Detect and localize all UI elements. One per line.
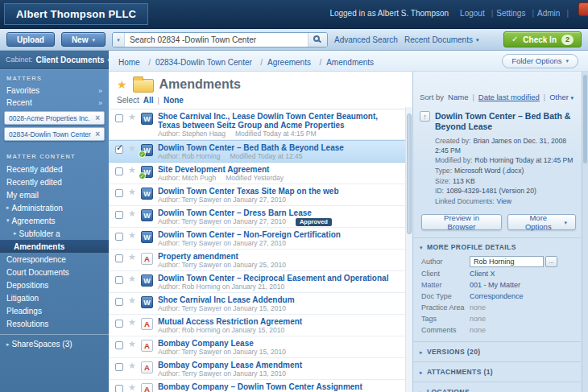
advanced-search-link[interactable]: Advanced Search [334,35,398,44]
sidebar-tree-item[interactable]: Recently added [0,163,109,175]
attachments-section-header[interactable]: ▸ ATTACHMENTS (1) [413,361,581,382]
document-row[interactable]: ✓ ★ ✓ Dowlin Town Center – Reciprocal Ea… [109,271,412,293]
search-input[interactable] [125,33,308,47]
document-title-link[interactable]: Dowlin Town Center Texas Site Map on the… [158,187,400,196]
row-checkbox[interactable]: ✓ [115,146,123,154]
scrollbar-thumb[interactable] [407,113,412,234]
sidebar-item-recent[interactable]: Recent » [0,97,109,109]
document-row[interactable]: ✓ ★ ✓ Site Development Agreement Author:… [109,163,412,184]
detail-value[interactable]: View [497,197,511,205]
document-title-link[interactable]: Shoe Carnival Inc Lease Addendum [158,295,400,304]
locations-section-header[interactable]: ▸ LOCATIONS [413,382,581,392]
author-input[interactable] [470,256,544,267]
document-title-link[interactable]: Shoe Carnival Inc., Lease Dowlin Town Ce… [158,112,400,130]
breadcrumb-link[interactable]: Agreements [255,58,311,67]
row-checkbox[interactable]: ✓ [115,298,123,306]
document-title-link[interactable]: Dowlin Town Center – Non-Foreign Certifi… [158,230,400,239]
breadcrumb-link[interactable]: 02834-Dowlin Town Center [143,58,252,67]
logout-link[interactable]: Logout [460,9,493,18]
author-lookup-button[interactable]: ... [545,256,557,267]
document-row[interactable]: ✓ ★ ✓ Bombay Company Lease Amendment Aut… [109,358,412,380]
sort-date-link[interactable]: Date last modified [478,93,540,101]
row-checkbox[interactable]: ✓ [115,320,123,328]
more-options-button[interactable]: More Options ▾ [507,214,576,230]
sidebar-tree-item[interactable]: Depositions [0,279,109,291]
breadcrumb-link[interactable]: Amendments [314,58,374,67]
row-checkbox[interactable]: ✓ [115,254,123,262]
row-checkbox[interactable]: ✓ [115,167,123,175]
search-button[interactable] [308,33,327,47]
sidebar-tree-item[interactable]: Correspondence [0,253,109,266]
row-star-icon[interactable]: ★ [128,188,136,196]
preview-in-browser-button[interactable]: Preview in Browser [421,214,502,230]
folder-options-button[interactable]: Folder Options ▾ [502,54,578,68]
document-row[interactable]: ✓ ★ ✓ Bombay Company – Dowlin Town Cente… [109,380,412,392]
row-star-icon[interactable]: ★ [128,318,136,327]
sidebar-tree-item[interactable]: ▸ ShareSpaces (3) [0,334,109,351]
list-scrollbar[interactable] [405,107,412,392]
row-star-icon[interactable]: ★ [128,113,136,122]
profile-field-value[interactable]: Client X [470,270,495,278]
document-row[interactable]: ✓ ★ ✓ Dowlin Town Center Texas Site Map … [109,184,412,206]
matter-chip[interactable]: 02834-Dowlin Town Center × [4,127,105,141]
sidebar-tree-item[interactable]: ▾ Agreements [0,214,109,227]
document-row[interactable]: ✓ ★ ✓ Dowlin Town Center – Bed Bath & Be… [109,140,412,163]
sidebar-tree-item[interactable]: Amendments [0,240,109,253]
row-star-icon[interactable]: ★ [128,144,136,153]
favorite-star-icon[interactable]: ★ [117,79,127,90]
document-title-link[interactable]: Property amendment [158,252,400,261]
sidebar-tree-item[interactable]: My email [0,188,109,201]
more-profile-details-header[interactable]: ▾ MORE PROFILE DETAILS [413,237,581,255]
row-checkbox[interactable]: ✓ [115,189,123,197]
row-checkbox[interactable]: ✓ [115,363,123,371]
row-checkbox[interactable]: ✓ [115,114,123,122]
sidebar-tree-item[interactable]: ▸ Administration [0,201,109,214]
profile-field-value[interactable]: Correspondence [470,292,524,300]
select-none-link[interactable]: None [164,96,184,105]
profile-field-value[interactable]: 001 - My Matter [470,281,520,289]
document-row[interactable]: ✓ ★ ✓ Property amendment Author: Terry S… [109,250,412,271]
row-star-icon[interactable]: ★ [128,383,136,392]
row-star-icon[interactable]: ★ [128,340,136,349]
row-star-icon[interactable]: ★ [128,361,136,370]
versions-section-header[interactable]: ▸ VERSIONS (20) [413,341,581,361]
sidebar-tree-item[interactable]: Resolutions [0,317,109,330]
close-icon[interactable]: × [92,130,100,138]
document-title-link[interactable]: Bombay Company Lease Amendment [158,361,400,369]
sort-other-link[interactable]: Other ▾ [549,93,574,101]
row-checkbox[interactable]: ✓ [115,341,123,349]
row-checkbox[interactable]: ✓ [115,385,123,392]
document-row[interactable]: ✓ ★ ✓ Shoe Carnival Inc., Lease Dowlin T… [109,109,412,140]
check-in-button[interactable]: ✓ Check In 2 [503,31,582,47]
search-scope-dropdown[interactable]: ▾ [113,33,125,47]
scrollbar-thumb[interactable] [583,75,587,163]
settings-link[interactable]: Settings [496,9,534,18]
document-title-link[interactable]: Bombay Company – Dowlin Town Center Assi… [158,382,400,391]
new-button[interactable]: New ▾ [61,32,106,47]
alert-icon[interactable] [578,2,588,16]
row-checkbox[interactable]: ✓ [115,211,123,219]
document-row[interactable]: ✓ ★ ✓ Dowlin Town Center – Dress Barn Le… [109,206,412,228]
matter-chip[interactable]: 0028-Acme Properties Inc. × [4,111,105,125]
sidebar-tree-item[interactable]: ▸ Subfolder a [0,227,109,240]
document-title-link[interactable]: Dowlin Town Center – Reciprocal Easement… [158,274,400,283]
document-title-link[interactable]: Mutual Access Restriction Agreement [158,317,400,326]
document-title-link[interactable]: Site Development Agreement [158,165,400,174]
row-star-icon[interactable]: ★ [128,209,136,218]
row-star-icon[interactable]: ★ [128,253,136,262]
document-title-link[interactable]: Dowlin Town Center – Dress Barn Lease [158,208,400,217]
panel-scrollbar[interactable] [582,72,588,392]
sidebar-tree-item[interactable]: Pleadings [0,304,109,317]
document-title-link[interactable]: Dowlin Town Center – Bed Bath & Beyond L… [158,143,400,152]
document-row[interactable]: ✓ ★ ✓ Mutual Access Restriction Agreemen… [109,315,412,336]
row-star-icon[interactable]: ★ [128,296,136,305]
row-star-icon[interactable]: ★ [128,274,136,283]
breadcrumb-link[interactable]: Home [118,58,140,67]
document-row[interactable]: ✓ ★ ✓ Bombay Company Lease Author: Terry… [109,336,412,358]
select-all-link[interactable]: All [143,96,154,105]
recent-documents-link[interactable]: Recent Documents ▾ [404,35,479,44]
sidebar-tree-item[interactable]: Recently edited [0,175,109,188]
document-title-link[interactable]: Bombay Company Lease [158,339,400,348]
row-star-icon[interactable]: ★ [128,166,136,175]
document-row[interactable]: ✓ ★ ✓ Shoe Carnival Inc Lease Addendum A… [109,293,412,315]
